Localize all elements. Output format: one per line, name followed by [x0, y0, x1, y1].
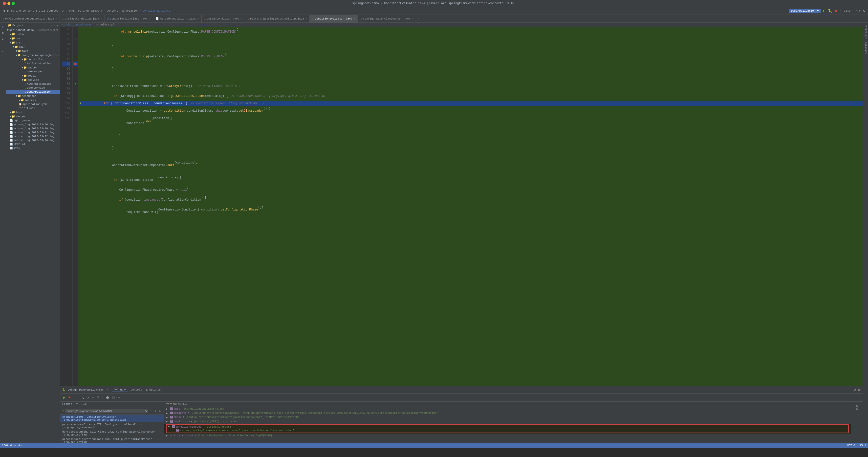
- tree-com[interactable]: ▼ 📁 com.jessin.springboot.c: [6, 53, 60, 57]
- tab-more[interactable]: ▸: [416, 15, 421, 23]
- right-tab-structure[interactable]: Structure: [864, 23, 868, 40]
- bc-context[interactable]: context: [106, 9, 118, 12]
- frame-2[interactable]: doProcessConfigurationClass:272, Configu…: [60, 430, 164, 437]
- pull-requests-icon[interactable]: ↕: [0, 42, 5, 47]
- tab-close-ervlet[interactable]: ✕: [56, 17, 57, 20]
- tree-app-yaml[interactable]: 📋 application.yaml: [6, 102, 60, 106]
- tree-init-sql[interactable]: 🗃 init.sql: [6, 106, 60, 110]
- close-button[interactable]: [3, 2, 6, 5]
- step-over-button[interactable]: ↓: [76, 395, 80, 400]
- tree-mvn[interactable]: ▶ 📁 .mvn: [6, 36, 60, 40]
- settings-icon[interactable]: ⚙: [863, 8, 866, 13]
- var-conditionclasses[interactable]: ▼ 🅿 conditionClasses = {String[1]@5895} …: [164, 424, 851, 433]
- tab-merged[interactable]: 📄 MergedAnnotation.class ✕: [153, 15, 202, 23]
- run-to-cursor-button[interactable]: →: [91, 395, 95, 400]
- var-meta-expand[interactable]: ▶: [166, 412, 169, 415]
- var-ctx-expand[interactable]: ▶: [166, 434, 169, 437]
- project-icon[interactable]: P: [0, 25, 5, 30]
- tab-onbean[interactable]: ☕ OnBeanCondition.java ✕: [202, 15, 245, 23]
- tree-demo-app[interactable]: C DemoApplication: [6, 90, 60, 94]
- frame-0[interactable]: shouldSkip:95, ConditionEvaluator (org.s…: [60, 415, 164, 422]
- tree-hello-controller[interactable]: C HelloController: [6, 62, 60, 65]
- evaluate-button[interactable]: ≡: [97, 395, 100, 400]
- tree-service[interactable]: ▼ 📁 service: [6, 78, 60, 82]
- tree-log4[interactable]: 📄 access_log.2022-03-22.log: [6, 134, 60, 138]
- encoding-label[interactable]: UTF-8: [847, 444, 856, 447]
- project-settings-icon[interactable]: ⚙ ≡ ✕: [51, 24, 58, 27]
- tree-log2[interactable]: 📄 access_log.2022-03-10.log: [6, 127, 60, 130]
- tree-mappers[interactable]: ▶ 📁 mappers: [6, 98, 60, 102]
- debug-layout-icon[interactable]: ▤: [858, 387, 861, 392]
- bc-jar[interactable]: spring-context-5.3.16-sources.jar: [11, 9, 65, 12]
- tree-log5[interactable]: 📄 access_log.2022-03-26.log: [6, 138, 60, 142]
- bc-org[interactable]: org: [69, 9, 74, 12]
- back-icon[interactable]: ◀: [2, 8, 5, 13]
- debug-settings-icon[interactable]: ⚙: [853, 387, 857, 392]
- tree-idea[interactable]: ▶ 📁 .idea: [6, 32, 60, 36]
- tree-test[interactable]: ▶ 📁 test: [6, 110, 60, 115]
- tree-gitignore[interactable]: 📄 .gitignore: [6, 119, 60, 123]
- bc-class[interactable]: ConditionEvaluator: [143, 9, 172, 12]
- tab-close-merged[interactable]: ✕: [197, 17, 199, 20]
- tab-close-conditional[interactable]: ✕: [149, 17, 150, 20]
- tab-config-parser[interactable]: ☕ ConfigurationClassParser.java ✕: [358, 15, 416, 23]
- breakpoints-button[interactable]: ⬟: [105, 395, 110, 400]
- right-tab-database[interactable]: Database: [864, 40, 868, 56]
- tree-mapper[interactable]: ▼ 📁 mapper: [6, 65, 60, 70]
- var-cc-child-0[interactable]: 🅿 0 = "org.springframework.boot.autoconf…: [168, 429, 847, 432]
- tab-condition-evaluator[interactable]: ☕ ConditionEvaluator.java ✕: [310, 15, 358, 23]
- breadcrumb-class[interactable]: ConditionEvaluator: [62, 23, 92, 26]
- tree-target[interactable]: ▶ 📁 target: [6, 115, 60, 119]
- var-this[interactable]: ▶ 🅿 this = {ConditionEvaluator@3735}: [164, 407, 851, 411]
- tree-log1[interactable]: 📄 access_log.2022-03-06.log: [6, 123, 60, 127]
- frames-tab[interactable]: Frames: [62, 403, 72, 406]
- stop-button[interactable]: ■: [834, 8, 838, 13]
- tree-user-mapper[interactable]: C UserMapper: [6, 70, 60, 74]
- step-out-button[interactable]: ↗: [87, 395, 90, 400]
- variables-add-watch[interactable]: N/A: [182, 403, 187, 405]
- tab-close-onclass[interactable]: ✕: [101, 17, 102, 20]
- tab-ervlet[interactable]: ☕ ervletWebServerCustomizer.java ✕: [0, 15, 60, 23]
- run-config-selector[interactable]: DemoApplication ▼: [789, 9, 820, 13]
- threads-tab[interactable]: Threads: [76, 403, 88, 406]
- git-status[interactable]: Git: ✓ ✓ ↑: [843, 9, 861, 13]
- run-button[interactable]: ▶: [822, 8, 826, 13]
- tab-filtering[interactable]: ☕ FilteringSpringBootCondition.java ✕: [245, 15, 310, 23]
- tree-log3[interactable]: 📄 access_log.2022-03-11.log: [6, 130, 60, 134]
- tree-root[interactable]: ▼ springboot-demo ~/Documents/prog: [6, 28, 60, 32]
- stop-session-button[interactable]: ■: [68, 395, 71, 400]
- code-view[interactable]: 88 89 90 91 92 93 94 95 96 97 98 99 100 …: [60, 27, 863, 386]
- structure-icon[interactable]: ≡: [0, 31, 5, 36]
- debug-tab-debugger[interactable]: Debugger: [112, 388, 128, 392]
- commit-icon[interactable]: ✔: [0, 37, 5, 41]
- tab-close-condition[interactable]: ✕: [354, 17, 355, 20]
- bc-annotation[interactable]: annotation: [122, 9, 138, 12]
- tree-java[interactable]: ▼ 📁 java: [6, 49, 60, 53]
- bc-springframework[interactable]: springframework: [78, 9, 102, 12]
- tree-src[interactable]: ▼ 📁 src: [6, 40, 60, 45]
- tab-conditional[interactable]: @ ConditionalOnClass.java ✕: [105, 15, 153, 23]
- thread-down-icon[interactable]: ↓: [154, 409, 157, 414]
- favorites-icon[interactable]: ★: [0, 48, 5, 53]
- tab-onclass[interactable]: ☕ OnClassCondition.java ✕: [60, 15, 105, 23]
- tab-close-filtering[interactable]: ✕: [306, 17, 307, 20]
- var-conditions[interactable]: ▶ 🅿 conditions = {ArrayList@5892} size =…: [164, 420, 851, 424]
- tab-close-onbean[interactable]: ✕: [241, 17, 242, 20]
- var-cc-expand[interactable]: ▼: [168, 425, 171, 428]
- var-this-context[interactable]: ▶ ○○ this.context = {ConditionEvaluator$…: [164, 433, 851, 438]
- tree-user-service[interactable]: C UserService: [6, 86, 60, 90]
- debug-tab-endpoints[interactable]: Endpoints: [145, 388, 162, 392]
- line-col-label[interactable]: 95:1: [860, 444, 866, 447]
- code-content[interactable]: return shouldSkip(metadata, Configuratio…: [78, 27, 863, 386]
- thread-filter-icon[interactable]: ⊟: [158, 408, 162, 414]
- tree-controller[interactable]: ▼ 📁 controller: [6, 57, 60, 62]
- thread-selector[interactable]: "main"@1 in group "main": RUNNING: [65, 409, 148, 413]
- step-into-button[interactable]: ↘: [81, 395, 85, 400]
- mute-breakpoints-button[interactable]: ⬡: [111, 395, 116, 400]
- var-this-expand[interactable]: ▶: [166, 407, 169, 411]
- tree-main[interactable]: ▼ 📁 main: [6, 45, 60, 49]
- var-phase-expand[interactable]: ▶: [166, 416, 169, 419]
- var-phase[interactable]: ▶ 🅿 phase = {ConfigurationCondition$Conf…: [164, 415, 851, 420]
- add-watch-button[interactable]: +: [117, 395, 121, 400]
- maximize-button[interactable]: [12, 2, 15, 5]
